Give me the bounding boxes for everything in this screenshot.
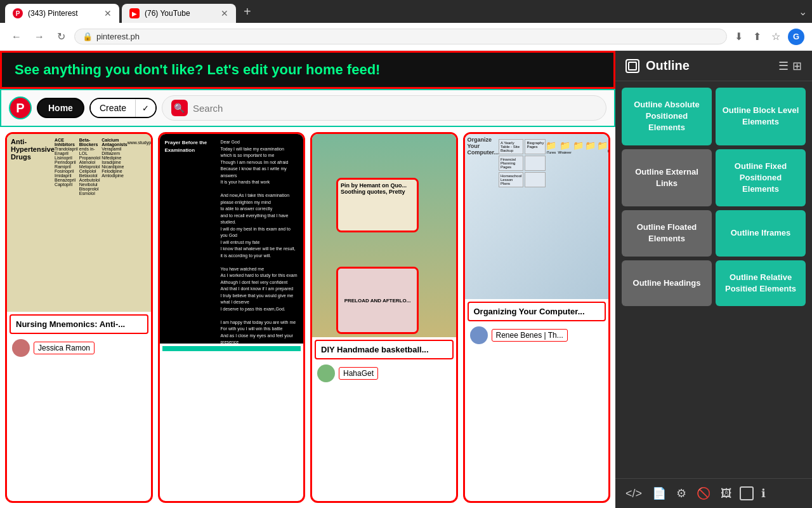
tab-pinterest[interactable]: P (343) Pinterest ✕ <box>5 4 119 23</box>
pin-author-4: Renee Benes | Th... <box>465 324 609 349</box>
page-body: See anything you don't like? Let's edit … <box>0 51 812 508</box>
toolbar-block-button[interactable]: 🚫 <box>694 484 713 503</box>
pin-author-3: HahaGet <box>312 362 456 387</box>
outline-headings-button[interactable]: Outline Headings <box>622 260 712 306</box>
pin-image-4: Organize Your Computer... A Yearly Table… <box>465 134 609 299</box>
create-button[interactable]: Create <box>91 99 135 117</box>
home-button[interactable]: Home <box>37 98 84 118</box>
tab-overflow[interactable]: ⌄ <box>799 6 807 18</box>
search-bar[interactable]: 🔍 <box>162 95 606 121</box>
tab-pinterest-close[interactable]: ✕ <box>104 8 112 18</box>
pin-title-4: Organizing Your Computer... <box>468 302 606 321</box>
outline-floated-button[interactable]: Outline Floated Elements <box>622 210 712 256</box>
youtube-favicon: ▶ <box>129 8 140 18</box>
outline-relative-button[interactable]: Outline Relative Positied Elements <box>716 260 806 306</box>
outline-absolute-button[interactable]: Outline Absolute Positioned Elements <box>622 88 712 145</box>
toolbar-gear-button[interactable]: ⚙ <box>674 484 689 503</box>
outline-header-actions: ☰ ⊞ <box>778 59 802 73</box>
outline-panel-title: Outline <box>646 58 772 73</box>
grid-view-button[interactable]: ⊞ <box>792 59 802 73</box>
outline-buttons-grid: Outline Absolute Positioned Elements Out… <box>615 81 812 312</box>
download-button[interactable]: ⬇ <box>732 28 745 45</box>
pin-card-extra-2[interactable]: PRELOAD AND AFTERLO... <box>336 267 419 334</box>
outline-fixed-button[interactable]: Outline Fixed Positioned Elements <box>716 149 806 207</box>
toolbar-image-button[interactable]: 🖼 <box>718 485 735 503</box>
new-tab-button[interactable]: + <box>239 4 256 19</box>
tab-bar: P (343) Pinterest ✕ ▶ (76) YouTube ✕ + ⌄ <box>0 0 812 23</box>
create-button-wrap: Create ✓ <box>89 98 157 118</box>
author-avatar-3 <box>317 364 335 382</box>
toolbar-square-icon[interactable] <box>740 486 754 500</box>
tab-youtube-title: (76) YouTube <box>145 9 216 18</box>
outline-external-button[interactable]: Outline External Links <box>622 149 712 207</box>
pin-image-1: Anti-Hypertensive Drugs ACE InhibitorsTr… <box>7 134 151 312</box>
outline-panel-icon <box>625 59 639 73</box>
outline-iframes-button[interactable]: Outline Iframes <box>716 210 806 256</box>
pinterest-favicon: P <box>13 8 23 18</box>
edit-feed-banner[interactable]: See anything you don't like? Let's edit … <box>0 51 615 89</box>
toolbar-info-button[interactable]: ℹ <box>759 484 768 503</box>
hamburger-button[interactable]: ☰ <box>778 59 789 73</box>
outline-toolbar: </> 📄 ⚙ 🚫 🖼 ℹ <box>615 478 812 508</box>
bookmark-button[interactable]: ☆ <box>769 28 783 45</box>
browser-chrome: P (343) Pinterest ✕ ▶ (76) YouTube ✕ + ⌄… <box>0 0 812 51</box>
pin-title-1: Nursing Mnemonics: Anti-... <box>10 314 148 334</box>
search-icon-box: 🔍 <box>171 100 188 116</box>
tab-youtube[interactable]: ▶ (76) YouTube ✕ <box>122 4 236 23</box>
pin-image-2: Prayer Before the Examination Dear GodTo… <box>160 134 304 344</box>
pinterest-nav: P Home Create ✓ 🔍 <box>0 89 615 127</box>
back-button[interactable]: ← <box>8 29 25 45</box>
nav-bar: ← → ↻ 🔒 pinterest.ph ⬇ ⬆ ☆ G <box>0 23 812 51</box>
forward-button[interactable]: → <box>30 29 48 45</box>
pin-bottom-bar-2 <box>162 346 301 351</box>
address-bar[interactable]: 🔒 pinterest.ph <box>74 29 727 44</box>
profile-circle[interactable]: G <box>788 29 804 45</box>
tab-pinterest-title: (343) Pinterest <box>28 9 99 18</box>
reload-button[interactable]: ↻ <box>53 28 69 45</box>
pin-card-2[interactable]: Prayer Before the Examination Dear GodTo… <box>158 132 306 503</box>
outline-block-button[interactable]: Outline Block Level Elements <box>716 88 806 145</box>
author-name-4: Renee Benes | Th... <box>492 329 568 342</box>
pin-card-1[interactable]: Anti-Hypertensive Drugs ACE InhibitorsTr… <box>5 132 153 503</box>
lock-icon: 🔒 <box>82 32 93 41</box>
pin-card-extra-1[interactable]: Pin by Hemant on Quo... Soothing quotes,… <box>336 178 419 232</box>
author-name-3: HahaGet <box>339 367 378 380</box>
svg-rect-0 <box>629 62 636 70</box>
pinterest-content: See anything you don't like? Let's edit … <box>0 51 615 508</box>
outline-panel: Outline ☰ ⊞ Outline Absolute Positioned … <box>615 51 812 508</box>
outline-header: Outline ☰ ⊞ <box>615 51 812 81</box>
author-avatar-4 <box>470 326 488 344</box>
pinterest-logo[interactable]: P <box>9 97 32 119</box>
address-text: pinterest.ph <box>96 32 140 41</box>
tab-youtube-close[interactable]: ✕ <box>221 8 228 18</box>
author-avatar-1 <box>12 339 30 357</box>
toolbar-code-button[interactable]: </> <box>623 485 645 503</box>
author-name-1: Jessica Ramon <box>34 342 95 354</box>
pin-card-4[interactable]: Organize Your Computer... A Yearly Table… <box>463 132 611 503</box>
search-input[interactable] <box>193 103 597 114</box>
share-button[interactable]: ⬆ <box>750 28 764 45</box>
create-dropdown-button[interactable]: ✓ <box>135 100 155 117</box>
pin-author-1: Jessica Ramon <box>7 337 151 362</box>
pin-grid: Anti-Hypertensive Drugs ACE InhibitorsTr… <box>0 127 615 508</box>
pin-title-3: DIY Handmade basketball... <box>315 340 454 359</box>
toolbar-doc-button[interactable]: 📄 <box>650 484 669 503</box>
